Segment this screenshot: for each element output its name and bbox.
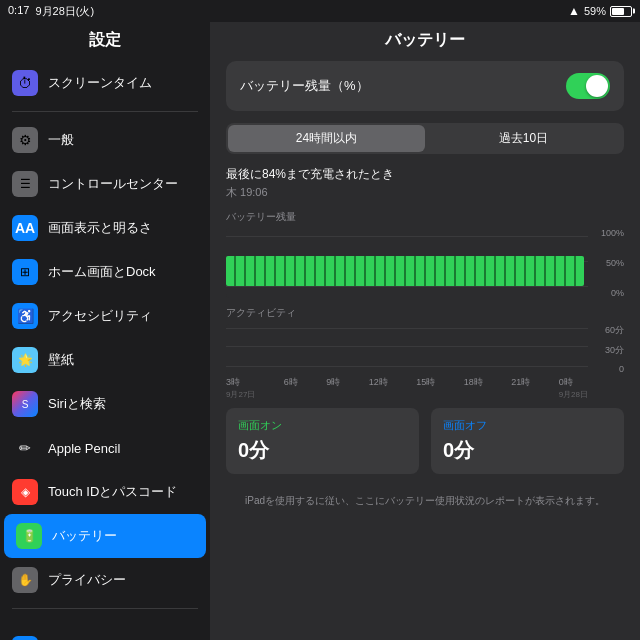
sidebar-items: ⏱ スクリーンタイム ⚙ 一般 ☰ コントロールセンター AA 画面表示と明るさ…: [0, 61, 210, 640]
privacy-icon: ✋: [12, 567, 38, 593]
screen-off-label: 画面オフ: [443, 418, 612, 433]
grid-line-0: [226, 286, 588, 287]
activity-grid-30: [226, 346, 588, 347]
battery-sidebar-icon: 🔋: [16, 523, 42, 549]
battery-bar: [226, 256, 584, 286]
activity-chart: 60分 30分 0: [226, 324, 624, 374]
battery-chart-area: バッテリー残量 100% 50% 0%: [226, 210, 624, 298]
screen-off-value: 0分: [443, 437, 612, 464]
sidebar-label-display: 画面表示と明るさ: [48, 219, 152, 237]
sidebar: 設定 ⏱ スクリーンタイム ⚙ 一般 ☰ コントロールセンター AA 画面表示と…: [0, 22, 210, 640]
battery-y-50: 50%: [588, 258, 624, 268]
battery-fill: [612, 8, 624, 15]
sidebar-label-control-center: コントロールセンター: [48, 175, 178, 193]
sidebar-item-home-screen[interactable]: ⊞ ホーム画面とDock: [0, 250, 210, 294]
activity-grid-0: [226, 366, 588, 367]
x-label-2: 9時: [326, 376, 340, 400]
x-label-1: 6時: [284, 376, 298, 400]
app-store-icon: A: [12, 636, 38, 640]
display-icon: AA: [12, 215, 38, 241]
toggle-knob: [586, 75, 608, 97]
battery-chart: 100% 50% 0%: [226, 228, 624, 298]
status-date: 9月28日(火): [35, 4, 94, 19]
charge-info-text: 最後に84%まで充電されたとき: [226, 166, 624, 183]
sidebar-item-battery[interactable]: 🔋 バッテリー: [4, 514, 206, 558]
sidebar-item-app-store[interactable]: A App Store: [0, 627, 210, 640]
touch-id-icon: ◈: [12, 479, 38, 505]
screen-off-stat: 画面オフ 0分: [431, 408, 624, 474]
sidebar-label-privacy: プライバシー: [48, 571, 126, 589]
sidebar-item-privacy[interactable]: ✋ プライバシー: [0, 558, 210, 602]
sidebar-item-display[interactable]: AA 画面表示と明るさ: [0, 206, 210, 250]
sidebar-item-touch-id[interactable]: ◈ Touch IDとパスコード: [0, 470, 210, 514]
battery-icon: [610, 6, 632, 17]
sidebar-label-battery: バッテリー: [52, 527, 117, 545]
x-label-5: 18時: [464, 376, 483, 400]
sidebar-item-siri[interactable]: S Siriと検索: [0, 382, 210, 426]
battery-percentage-row[interactable]: バッテリー残量（%）: [226, 61, 624, 111]
sidebar-item-apple-pencil[interactable]: ✏ Apple Pencil: [0, 426, 210, 470]
sidebar-divider-1: [12, 111, 198, 112]
battery-y-0: 0%: [588, 288, 624, 298]
activity-y-0: 0: [588, 364, 624, 374]
charge-info-date: 木 19:06: [226, 185, 624, 200]
apple-pencil-icon: ✏: [12, 435, 38, 461]
sidebar-item-screen-time[interactable]: ⏱ スクリーンタイム: [0, 61, 210, 105]
x-labels: 3時9月27日 6時 9時 12時 15時 18時 21時 0時9月28日: [226, 376, 624, 400]
battery-chart-label: バッテリー残量: [226, 210, 624, 224]
sidebar-spacer: [0, 615, 210, 627]
battery-y-labels: 100% 50% 0%: [588, 228, 624, 298]
sidebar-item-accessibility[interactable]: ♿ アクセシビリティ: [0, 294, 210, 338]
tab-10d[interactable]: 過去10日: [425, 125, 622, 152]
sidebar-title: 設定: [0, 22, 210, 61]
x-label-0: 3時9月27日: [226, 376, 255, 400]
wifi-icon: ▲: [568, 4, 580, 18]
status-right: ▲ 59%: [568, 4, 632, 18]
battery-percentage-label: バッテリー残量（%）: [240, 77, 369, 95]
tab-24h[interactable]: 24時間以内: [228, 125, 425, 152]
accessibility-icon: ♿: [12, 303, 38, 329]
battery-y-100: 100%: [588, 228, 624, 238]
main-layout: 設定 ⏱ スクリーンタイム ⚙ 一般 ☰ コントロールセンター AA 画面表示と…: [0, 22, 640, 640]
screen-on-value: 0分: [238, 437, 407, 464]
screen-time-icon: ⏱: [12, 70, 38, 96]
sidebar-label-touch-id: Touch IDとパスコード: [48, 483, 177, 501]
home-screen-icon: ⊞: [12, 259, 38, 285]
activity-label: アクティビティ: [226, 306, 624, 320]
battery-percent: 59%: [584, 5, 606, 17]
screen-on-stat: 画面オン 0分: [226, 408, 419, 474]
sidebar-label-general: 一般: [48, 131, 74, 149]
sidebar-label-accessibility: アクセシビリティ: [48, 307, 152, 325]
detail-panel: バッテリー バッテリー残量（%） 24時間以内 過去10日 最後に84%まで充電…: [210, 22, 640, 640]
x-label-3: 12時: [369, 376, 388, 400]
screen-on-label: 画面オン: [238, 418, 407, 433]
sidebar-label-apple-pencil: Apple Pencil: [48, 441, 120, 456]
wallpaper-icon: 🌟: [12, 347, 38, 373]
stats-row: 画面オン 0分 画面オフ 0分: [226, 408, 624, 474]
status-bar: 0:17 9月28日(火) ▲ 59%: [0, 0, 640, 22]
x-label-6: 21時: [511, 376, 530, 400]
sidebar-label-siri: Siriと検索: [48, 395, 106, 413]
general-icon: ⚙: [12, 127, 38, 153]
sidebar-item-control-center[interactable]: ☰ コントロールセンター: [0, 162, 210, 206]
status-time: 0:17: [8, 4, 29, 19]
status-left: 0:17 9月28日(火): [8, 4, 94, 19]
activity-y-30: 30分: [588, 344, 624, 357]
battery-percentage-toggle[interactable]: [566, 73, 610, 99]
activity-grid-60: [226, 328, 588, 329]
activity-chart-area: アクティビティ 60分 30分 0 3時9月27日 6時 9時 12時: [226, 306, 624, 400]
siri-icon: S: [12, 391, 38, 417]
control-center-icon: ☰: [12, 171, 38, 197]
x-label-4: 15時: [416, 376, 435, 400]
sidebar-label-home-screen: ホーム画面とDock: [48, 263, 156, 281]
sidebar-divider-2: [12, 608, 198, 609]
activity-y-60: 60分: [588, 324, 624, 337]
sidebar-item-general[interactable]: ⚙ 一般: [0, 118, 210, 162]
sidebar-label-screen-time: スクリーンタイム: [48, 74, 152, 92]
battery-content: バッテリー残量（%） 24時間以内 過去10日 最後に84%まで充電されたとき …: [210, 61, 640, 640]
x-label-7: 0時9月28日: [559, 376, 588, 400]
footer-text: iPadを使用するに従い、ここにバッテリー使用状況のレポートが表示されます。: [226, 486, 624, 520]
grid-line-100: [226, 236, 588, 237]
sidebar-item-wallpaper[interactable]: 🌟 壁紙: [0, 338, 210, 382]
activity-y-labels: 60分 30分 0: [588, 324, 624, 374]
